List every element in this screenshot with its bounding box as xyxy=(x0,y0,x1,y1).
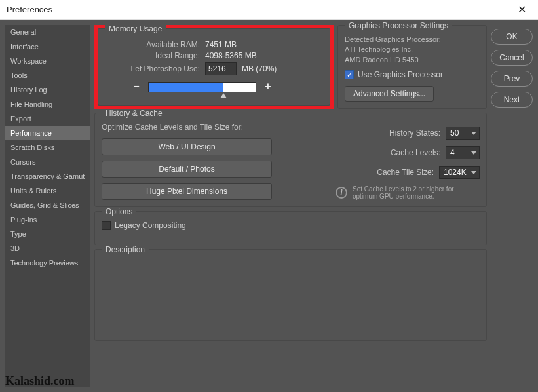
dialog-buttons: OK Cancel Prev Next xyxy=(491,25,533,387)
watermark: Kalashid.com xyxy=(5,374,75,388)
content: GeneralInterfaceWorkspaceToolsHistory Lo… xyxy=(0,20,538,392)
preset-default-button[interactable]: Default / Photos xyxy=(102,161,272,178)
available-ram-value: 7451 MB xyxy=(205,40,237,49)
use-gpu-label: Use Graphics Processor xyxy=(358,70,443,79)
sidebar-item-workspace[interactable]: Workspace xyxy=(5,54,90,68)
chevron-down-icon xyxy=(471,171,476,174)
sidebar-item-interface[interactable]: Interface xyxy=(5,39,90,54)
next-button[interactable]: Next xyxy=(491,92,533,108)
memory-usage-group: Memory Usage Available RAM: 7451 MB Idea… xyxy=(98,28,330,106)
legacy-compositing-row[interactable]: Legacy Compositing xyxy=(102,221,480,230)
sidebar-item-guides-grid-slices[interactable]: Guides, Grid & Slices xyxy=(5,198,90,212)
history-states-select[interactable]: 50 xyxy=(446,127,480,140)
sidebar-item-plug-ins[interactable]: Plug-Ins xyxy=(5,212,90,227)
gpu-card: AMD Radeon HD 5450 xyxy=(345,55,480,65)
gpu-vendor: ATI Technologies Inc. xyxy=(345,45,480,54)
history-legend: History & Cache xyxy=(102,109,166,118)
sidebar-item-cursors[interactable]: Cursors xyxy=(5,155,90,169)
sidebar-item-general[interactable]: General xyxy=(5,25,90,39)
sidebar-item-units-rulers[interactable]: Units & Rulers xyxy=(5,184,90,198)
sidebar-item-transparency-gamut[interactable]: Transparency & Gamut xyxy=(5,169,90,184)
available-ram-label: Available RAM: xyxy=(105,40,200,49)
advanced-settings-button[interactable]: Advanced Settings... xyxy=(345,86,434,102)
sidebar: GeneralInterfaceWorkspaceToolsHistory Lo… xyxy=(5,25,90,387)
gpu-legend: Graphics Processor Settings xyxy=(345,21,452,30)
cache-levels-label: Cache Levels: xyxy=(368,148,440,157)
chevron-down-icon xyxy=(471,151,476,155)
ideal-range-value: 4098-5365 MB xyxy=(205,51,257,60)
cache-tile-select[interactable]: 1024K xyxy=(439,166,480,179)
memory-highlight: Memory Usage Available RAM: 7451 MB Idea… xyxy=(94,25,334,109)
memory-slider-fill xyxy=(149,83,223,92)
memory-plus-button[interactable]: + xyxy=(263,82,273,92)
cache-levels-value: 4 xyxy=(450,148,455,157)
close-icon[interactable]: ✕ xyxy=(512,3,531,16)
cache-levels-select[interactable]: 4 xyxy=(446,146,480,159)
description-legend: Description xyxy=(102,245,149,254)
chevron-down-icon xyxy=(471,132,476,135)
cancel-button[interactable]: Cancel xyxy=(491,50,533,66)
optimize-label: Optimize Cache Levels and Tile Size for: xyxy=(102,123,272,132)
sidebar-item-file-handling[interactable]: File Handling xyxy=(5,97,90,111)
sidebar-item-technology-previews[interactable]: Technology Previews xyxy=(5,256,90,270)
prev-button[interactable]: Prev xyxy=(491,71,533,87)
sidebar-item-tools[interactable]: Tools xyxy=(5,68,90,83)
history-states-label: History States: xyxy=(368,128,440,138)
preset-huge-button[interactable]: Huge Pixel Dimensions xyxy=(102,183,272,200)
options-group: Options Legacy Compositing xyxy=(94,211,487,245)
sidebar-item-3d[interactable]: 3D xyxy=(5,241,90,256)
memory-minus-button[interactable]: − xyxy=(131,82,142,92)
cache-tile-label: Cache Tile Size: xyxy=(362,168,434,177)
window-title: Preferences xyxy=(7,5,512,14)
ideal-range-label: Ideal Range: xyxy=(105,51,200,60)
sidebar-item-export[interactable]: Export xyxy=(5,111,90,126)
gpu-group: Graphics Processor Settings Detected Gra… xyxy=(337,25,487,109)
cache-tile-value: 1024K xyxy=(444,168,467,177)
history-states-value: 50 xyxy=(450,128,459,138)
sidebar-item-scratch-disks[interactable]: Scratch Disks xyxy=(5,140,90,155)
titlebar: Preferences ✕ xyxy=(0,0,538,20)
memory-slider[interactable] xyxy=(148,82,256,92)
sidebar-item-type[interactable]: Type xyxy=(5,227,90,241)
let-use-label: Let Photoshop Use: xyxy=(105,64,200,73)
options-legend: Options xyxy=(102,207,136,216)
gpu-detected-label: Detected Graphics Processor: xyxy=(345,35,480,45)
history-cache-group: History & Cache Optimize Cache Levels an… xyxy=(94,113,487,207)
sidebar-item-performance[interactable]: Performance xyxy=(5,126,90,140)
main: Memory Usage Available RAM: 7451 MB Idea… xyxy=(94,25,487,387)
use-gpu-checkbox-row[interactable]: ✓ Use Graphics Processor xyxy=(345,70,480,79)
use-gpu-checkbox[interactable]: ✓ xyxy=(345,70,354,79)
memory-legend: Memory Usage xyxy=(105,24,166,33)
legacy-compositing-label: Legacy Compositing xyxy=(115,221,186,230)
let-use-suffix: MB (70%) xyxy=(242,64,277,73)
memory-slider-marker xyxy=(220,93,227,98)
cache-hint: i Set Cache Levels to 2 or higher for op… xyxy=(336,186,480,200)
legacy-compositing-checkbox[interactable] xyxy=(102,221,111,230)
preset-web-button[interactable]: Web / UI Design xyxy=(102,138,272,155)
cache-hint-text: Set Cache Levels to 2 or higher for opti… xyxy=(353,186,480,200)
info-icon: i xyxy=(336,187,347,199)
let-use-input[interactable] xyxy=(205,62,237,75)
sidebar-item-history-log[interactable]: History Log xyxy=(5,83,90,97)
ok-button[interactable]: OK xyxy=(491,29,533,45)
description-group: Description xyxy=(94,249,487,341)
